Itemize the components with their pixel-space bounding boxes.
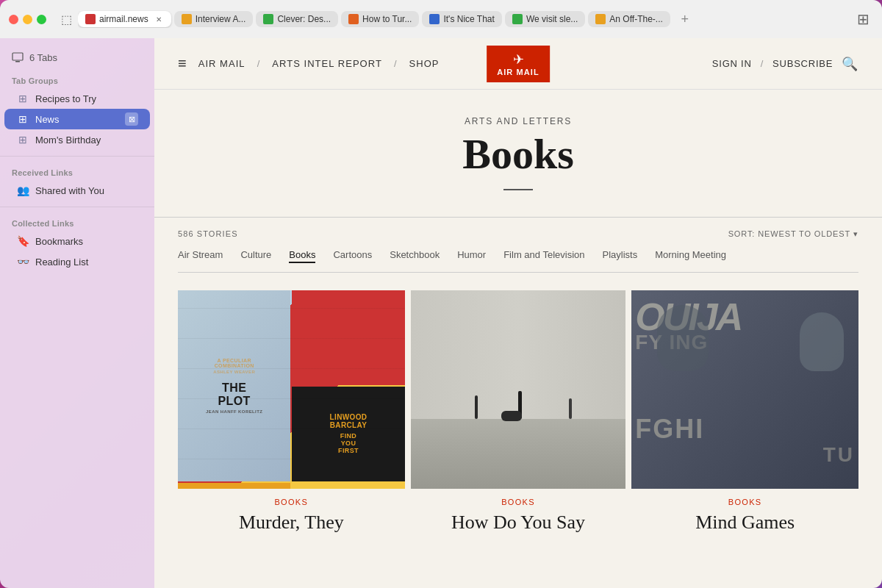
browser-content: ≡ AIR MAIL / ARTS INTEL REPORT / SHOP ✈ … (154, 38, 882, 588)
search-icon[interactable]: 🔍 (842, 56, 858, 72)
tab-groups-section-label: Tab Groups (0, 71, 154, 88)
page-hero: ARTS AND LETTERS Books (154, 90, 882, 205)
sidebar: 6 Tabs Tab Groups ⊞ Recipes to Try ⊞ New… (0, 38, 154, 588)
filter-tab-airstream[interactable]: Air Stream (178, 249, 223, 263)
tab-interview[interactable]: Interview A... (174, 11, 254, 27)
filter-tab-morning[interactable]: Morning Meeting (655, 249, 726, 263)
tab-label-anoff: An Off-The-... (609, 14, 662, 24)
filter-meta: 586 STORIES SORT: NEWEST TO OLDEST ▾ (178, 229, 858, 239)
sidebar-item-shared-label: Shared with You (35, 185, 138, 196)
tab-label-wevisit: We visit sle... (526, 14, 578, 24)
collected-links-section-label: Collected Links (0, 213, 154, 231)
articles-grid: A PECULIARCOMBINATION ASHLEY WEAVER THEP… (154, 273, 882, 551)
filter-tab-books[interactable]: Books (289, 249, 315, 263)
nav-link-airmail[interactable]: AIR MAIL (198, 58, 245, 69)
tab-airmail[interactable]: airmail.news ✕ (78, 11, 171, 27)
traffic-lights (9, 15, 46, 24)
sidebar-item-bookmarks-label: Bookmarks (35, 236, 138, 247)
tab-group-icon-recipes: ⊞ (16, 92, 29, 105)
sidebar-item-news-label: News (35, 114, 119, 125)
nav-slash-2: / (394, 58, 398, 69)
sidebar-item-bookmarks[interactable]: 🔖 Bookmarks (4, 231, 150, 251)
tab-favicon-airmail (85, 14, 96, 24)
filter-tabs: Air Stream Culture Books Cartoons Sketch… (178, 249, 858, 273)
close-button[interactable] (9, 15, 18, 24)
article-category-1: BOOKS (178, 498, 405, 506)
sidebar-item-news-badge[interactable]: ⊠ (125, 112, 138, 126)
tab-clever[interactable]: Clever: Des... (256, 11, 338, 27)
minimize-button[interactable] (23, 15, 32, 24)
sidebar-divider-2 (0, 207, 154, 207)
filter-tab-cartoons[interactable]: Cartoons (333, 249, 372, 263)
tab-label-itsnicethat: It's Nice That (443, 14, 494, 24)
book-spine-2 (292, 290, 404, 385)
monitor-icon (12, 51, 24, 63)
filter-tab-playlists[interactable]: Playlists (602, 249, 637, 263)
filter-bar: 586 STORIES SORT: NEWEST TO OLDEST ▾ Air… (154, 217, 882, 273)
tab-label-clever: Clever: Des... (277, 14, 331, 24)
tab-group-icon-news: ⊞ (16, 112, 29, 126)
sidebar-item-news[interactable]: ⊞ News ⊠ (4, 109, 150, 129)
filter-tab-humor[interactable]: Humor (457, 249, 486, 263)
tab-favicon-interview (182, 14, 192, 24)
logo-plane-icon: ✈ (513, 51, 524, 68)
nav-slash-1: / (257, 58, 261, 69)
title-bar: ⬚ airmail.news ✕ Interview A... Clever: … (0, 0, 882, 38)
tab-anoff[interactable]: An Off-The-... (588, 11, 670, 27)
sidebar-item-shared[interactable]: 👥 Shared with You (4, 180, 150, 201)
article-category-2: BOOKS (411, 498, 626, 506)
nav-link-artsintel[interactable]: ARTS INTEL REPORT (272, 58, 382, 69)
tabs-count-label: 6 Tabs (29, 52, 57, 63)
article-title-2: How Do You Say (411, 511, 626, 534)
sort-label: SORT: NEWEST TO OLDEST (728, 229, 850, 238)
nav-subscribe[interactable]: SUBSCRIBE (772, 58, 833, 69)
new-tab-button[interactable]: + (676, 10, 694, 28)
filter-tab-sketchbook[interactable]: Sketchbook (390, 249, 440, 263)
article-title-1: Murder, They (178, 511, 405, 534)
sidebar-item-moms-label: Mom's Birthday (35, 135, 138, 146)
article-image-2 (411, 290, 626, 489)
book-collage: A PECULIARCOMBINATION ASHLEY WEAVER THEP… (178, 290, 405, 489)
tab-label-howto: How to Tur... (362, 14, 412, 24)
bookmarks-icon: 🔖 (16, 234, 29, 248)
sidebar-item-recipes[interactable]: ⊞ Recipes to Try (4, 88, 150, 109)
book-spine-3: LINWOODBARCLAY FINDYOUFIRST (292, 387, 404, 481)
sidebar-item-reading-list-label: Reading List (35, 257, 138, 268)
svg-rect-1 (15, 61, 20, 62)
page-title: Books (178, 132, 858, 177)
tab-close-airmail[interactable]: ✕ (154, 14, 164, 24)
hero-divider (503, 189, 533, 190)
maximize-button[interactable] (37, 15, 46, 24)
article-card-2[interactable]: BOOKS How Do You Say (405, 290, 632, 534)
received-links-section-label: Received Links (0, 162, 154, 180)
tab-label-airmail: airmail.news (99, 14, 148, 24)
sidebar-toggle-icon[interactable]: ⬚ (61, 12, 72, 26)
tab-favicon-wevisit (512, 14, 523, 24)
filter-tab-culture[interactable]: Culture (240, 249, 271, 263)
book-spine-1: A PECULIARCOMBINATION ASHLEY WEAVER THEP… (178, 290, 290, 481)
site-logo[interactable]: ✈ AIR MAIL (487, 46, 550, 82)
tab-favicon-howto (348, 14, 359, 24)
nav-right: SIGN IN / SUBSCRIBE 🔍 (712, 56, 858, 72)
nav-sign-in[interactable]: SIGN IN (712, 58, 752, 69)
sidebar-tabs-header: 6 Tabs (0, 47, 154, 71)
tab-wevisit[interactable]: We visit sle... (505, 11, 585, 27)
tab-itsnicethat[interactable]: It's Nice That (422, 11, 501, 27)
tab-favicon-clever (263, 14, 273, 24)
stories-count: 586 STORIES (178, 229, 238, 238)
nav-links: AIR MAIL / ARTS INTEL REPORT / SHOP (198, 58, 440, 69)
nav-link-shop[interactable]: SHOP (409, 58, 440, 69)
sort-chevron-icon: ▾ (853, 229, 858, 239)
filter-tab-filmtv[interactable]: Film and Television (503, 249, 584, 263)
article-card-3[interactable]: OUIJA FY ING FGHI TU BOOKS Mind Games (631, 290, 858, 534)
sidebar-item-moms-birthday[interactable]: ⊞ Mom's Birthday (4, 129, 150, 150)
sort-dropdown[interactable]: SORT: NEWEST TO OLDEST ▾ (728, 229, 858, 239)
article-card-1[interactable]: A PECULIARCOMBINATION ASHLEY WEAVER THEP… (178, 290, 405, 534)
site-content: ≡ AIR MAIL / ARTS INTEL REPORT / SHOP ✈ … (154, 38, 882, 588)
tab-how-to[interactable]: How to Tur... (341, 11, 419, 27)
add-tab-icon[interactable]: ⊞ (853, 9, 873, 29)
tab-label-interview: Interview A... (196, 14, 246, 24)
hero-category: ARTS AND LETTERS (178, 116, 858, 126)
hamburger-menu-icon[interactable]: ≡ (178, 55, 187, 72)
sidebar-item-reading-list[interactable]: 👓 Reading List (4, 251, 150, 272)
